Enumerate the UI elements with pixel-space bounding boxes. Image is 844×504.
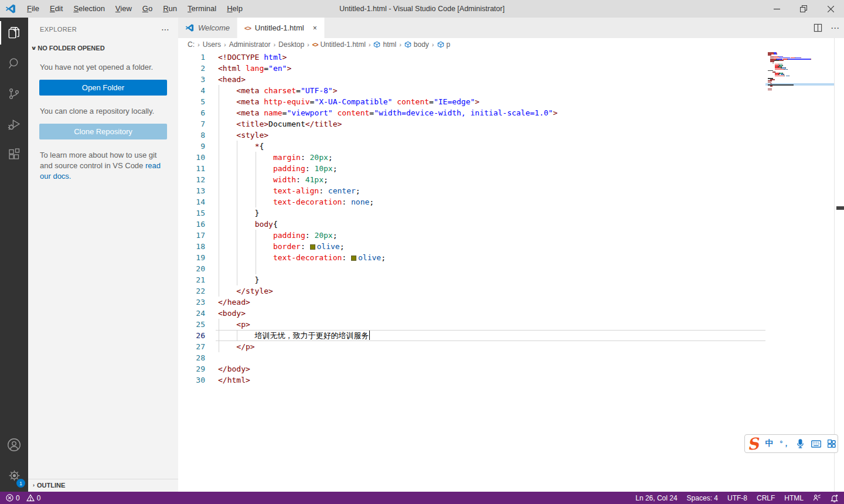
breadcrumb-body[interactable]: body (404, 40, 429, 49)
menu-selection[interactable]: Selection (68, 0, 110, 18)
notifications-bell-icon[interactable] (831, 494, 838, 502)
code-line[interactable]: body{ (216, 219, 765, 230)
code-line[interactable]: <html lang="en"> (216, 63, 765, 74)
code-line[interactable]: width: 41px; (216, 174, 765, 185)
more-actions-icon[interactable]: ⋯ (831, 23, 839, 33)
code-line[interactable]: <meta name="viewport" content="width=dev… (216, 107, 765, 118)
code-line[interactable]: <meta http-equiv="X-UA-Compatible" conte… (216, 96, 765, 107)
line-number[interactable]: 13 (178, 185, 216, 196)
accounts-icon[interactable] (0, 430, 28, 460)
line-number[interactable]: 27 (178, 341, 216, 352)
code-line[interactable] (216, 352, 765, 363)
code-line[interactable]: </style> (216, 285, 765, 297)
code-line[interactable]: border: olive; (216, 241, 765, 252)
code-line[interactable]: <!DOCTYPE html> (216, 52, 765, 63)
tab-untitled-1[interactable]: <> Untitled-1.html × (237, 18, 325, 38)
line-number[interactable]: 19 (178, 252, 216, 263)
code-line[interactable]: text-align: center; (216, 185, 765, 196)
cursor-position[interactable]: Ln 26, Col 24 (635, 494, 677, 502)
line-number[interactable]: 21 (178, 274, 216, 285)
code-line[interactable]: </html> (216, 374, 765, 386)
code-line[interactable]: <body> (216, 308, 765, 319)
menu-view[interactable]: View (110, 0, 137, 18)
encoding-setting[interactable]: UTF-8 (727, 494, 747, 502)
code-line[interactable]: } (216, 274, 765, 285)
line-number[interactable]: 11 (178, 163, 216, 174)
minimize-button[interactable] (763, 0, 790, 18)
code-line[interactable] (216, 263, 765, 274)
restore-button[interactable] (790, 0, 817, 18)
ime-punctuation-mode[interactable]: °， (780, 439, 790, 449)
line-number[interactable]: 14 (178, 196, 216, 207)
close-button[interactable] (817, 0, 844, 18)
menu-edit[interactable]: Edit (45, 0, 68, 18)
sogou-logo-icon[interactable]: S (747, 435, 760, 452)
warnings-indicator[interactable]: 0 (26, 494, 41, 502)
line-number[interactable]: 20 (178, 263, 216, 274)
ime-chinese-mode[interactable]: 中 (765, 438, 774, 449)
color-swatch-olive[interactable] (310, 244, 315, 250)
line-number[interactable]: 7 (178, 118, 216, 130)
code-line[interactable]: 培训无忧，致力于更好的培训服务 (216, 330, 765, 341)
menu-file[interactable]: File (22, 0, 45, 18)
code-line[interactable]: </p> (216, 341, 765, 352)
code-line[interactable]: </body> (216, 363, 765, 374)
menu-terminal[interactable]: Terminal (182, 0, 222, 18)
ime-keyboard-icon[interactable] (811, 440, 821, 448)
menu-help[interactable]: Help (222, 0, 248, 18)
breadcrumb-desktop[interactable]: Desktop (278, 40, 304, 49)
line-number[interactable]: 8 (178, 130, 216, 141)
line-number[interactable]: 9 (178, 141, 216, 152)
line-number[interactable]: 1 (178, 52, 216, 63)
run-and-debug-icon[interactable] (0, 109, 28, 139)
outline-section-header[interactable]: › OUTLINE (28, 479, 178, 491)
line-number[interactable]: 16 (178, 219, 216, 230)
ime-microphone-icon[interactable] (796, 439, 805, 448)
line-number[interactable]: 6 (178, 107, 216, 118)
code-line[interactable]: } (216, 207, 765, 219)
line-number[interactable]: 2 (178, 63, 216, 74)
close-tab-icon[interactable]: × (313, 24, 317, 32)
explorer-icon[interactable] (0, 18, 28, 48)
no-folder-section-header[interactable]: ∨ NO FOLDER OPENED (32, 45, 178, 52)
menu-run[interactable]: Run (158, 0, 182, 18)
line-number[interactable]: 30 (178, 374, 216, 386)
search-icon[interactable] (0, 48, 28, 79)
code-line[interactable]: padding: 20px; (216, 230, 765, 241)
breadcrumb-administrator[interactable]: Administrator (229, 40, 271, 49)
clone-repository-button[interactable]: Clone Repository (39, 124, 167, 139)
code-line[interactable]: <meta charset="UTF-8"> (216, 85, 765, 96)
line-number[interactable]: 17 (178, 230, 216, 241)
line-number[interactable]: 26 (178, 330, 216, 341)
code-line[interactable]: text-decoration: olive; (216, 252, 765, 263)
breadcrumb-p[interactable]: p (437, 40, 451, 49)
tab-welcome[interactable]: Welcome (178, 18, 237, 38)
line-number[interactable]: 22 (178, 285, 216, 297)
code-line[interactable]: margin: 20px; (216, 152, 765, 163)
line-number[interactable]: 3 (178, 74, 216, 85)
line-number[interactable]: 12 (178, 174, 216, 185)
line-number[interactable]: 15 (178, 207, 216, 219)
code-line[interactable]: padding: 10px; (216, 163, 765, 174)
code-line[interactable]: *{ (216, 141, 765, 152)
split-editor-icon[interactable] (814, 23, 822, 32)
feedback-icon[interactable] (813, 494, 821, 502)
line-number[interactable]: 18 (178, 241, 216, 252)
code-line[interactable]: <head> (216, 74, 765, 85)
menu-go[interactable]: Go (137, 0, 158, 18)
line-number[interactable]: 5 (178, 96, 216, 107)
eol-setting[interactable]: CRLF (757, 494, 775, 502)
breadcrumb-html[interactable]: html (373, 40, 396, 49)
indentation-setting[interactable]: Spaces: 4 (687, 494, 718, 502)
extensions-icon[interactable] (0, 139, 28, 170)
language-mode[interactable]: HTML (784, 494, 804, 502)
code-line[interactable]: </head> (216, 297, 765, 308)
code-line[interactable]: <title>Document</title> (216, 118, 765, 130)
errors-indicator[interactable]: 0 (6, 494, 20, 502)
breadcrumb-c-[interactable]: C: (188, 40, 195, 49)
settings-gear-icon[interactable]: 1 (0, 460, 28, 491)
minimap[interactable] (765, 52, 834, 492)
code-line[interactable]: <style> (216, 130, 765, 141)
breadcrumb-users[interactable]: Users (203, 40, 221, 49)
line-number[interactable]: 10 (178, 152, 216, 163)
